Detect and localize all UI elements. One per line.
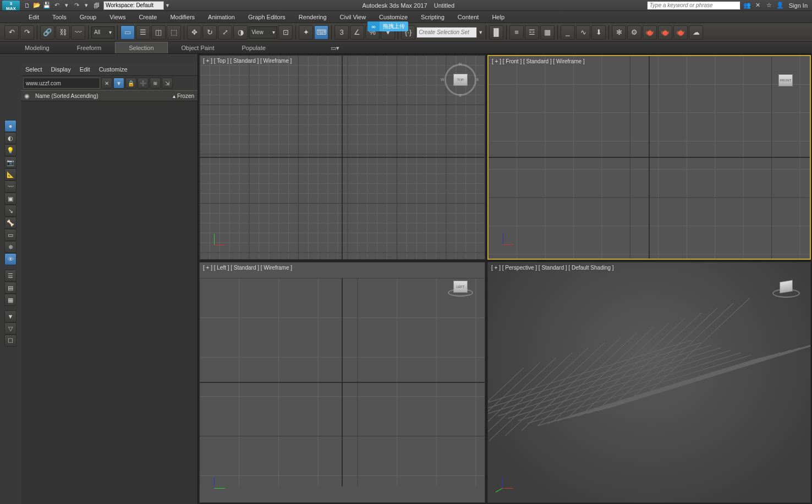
hidden-filter-icon[interactable]: 👁 bbox=[4, 253, 17, 265]
se-object-list[interactable] bbox=[21, 101, 197, 504]
render-production-button[interactable]: 🫖 bbox=[643, 25, 657, 40]
window-crossing-button[interactable]: ⬚ bbox=[167, 25, 181, 40]
menu-modifiers[interactable]: Modifiers bbox=[163, 11, 201, 23]
menu-tools[interactable]: Tools bbox=[46, 11, 73, 23]
unlink-button[interactable]: ⛓ bbox=[56, 25, 70, 40]
tab-modeling[interactable]: Modeling bbox=[11, 42, 63, 54]
render-setup-button[interactable]: ✻ bbox=[612, 25, 626, 40]
se-tab-select[interactable]: Select bbox=[25, 66, 42, 73]
geometry-filter-icon[interactable]: ● bbox=[4, 120, 17, 132]
rotate-button[interactable]: ↻ bbox=[202, 25, 217, 40]
se-lock-icon[interactable]: 🔒 bbox=[125, 78, 136, 89]
viewport-left[interactable]: [ + ] [ Left ] [ Standard ] [ Wireframe … bbox=[199, 262, 485, 503]
rectangular-region-button[interactable]: ◫ bbox=[151, 25, 166, 40]
viewport-perspective[interactable]: [ + ] [ Perspective ] [ Standard ] [ Def… bbox=[487, 262, 811, 503]
upload-overlay[interactable]: ∞ 拖拽上传 bbox=[367, 21, 408, 31]
list-view-icon[interactable]: ☰ bbox=[4, 270, 17, 282]
redo-icon[interactable]: ↷ bbox=[72, 1, 81, 10]
user-icon[interactable]: 👤 bbox=[776, 1, 784, 10]
rendered-frame-button[interactable]: ⚙ bbox=[627, 25, 641, 40]
group-filter-icon[interactable]: ▣ bbox=[4, 193, 17, 205]
menu-group[interactable]: Group bbox=[73, 11, 103, 23]
menu-help[interactable]: Help bbox=[485, 11, 511, 23]
menu-civil-view[interactable]: Civil View bbox=[333, 11, 372, 23]
viewcube-left[interactable]: LEFT bbox=[444, 270, 477, 303]
manipulate-button[interactable]: ✦ bbox=[299, 25, 313, 40]
se-column-header[interactable]: ◉ Name (Sorted Ascending) ▴ Frozen bbox=[21, 90, 197, 101]
project-icon[interactable]: 🗐 bbox=[91, 1, 101, 10]
infocenter-icon[interactable]: 👥 bbox=[743, 1, 751, 10]
curve-editor-button[interactable]: ⎯ bbox=[561, 25, 575, 40]
se-search-input[interactable] bbox=[23, 78, 100, 89]
tab-object-paint[interactable]: Object Paint bbox=[168, 42, 228, 54]
redo-drop-icon[interactable]: ▾ bbox=[81, 1, 91, 10]
align-button[interactable]: ≡ bbox=[509, 25, 524, 40]
snap-toggle-button[interactable]: 3 bbox=[334, 25, 349, 40]
workspace-input[interactable] bbox=[103, 1, 164, 10]
layer-explorer-button[interactable]: ☲ bbox=[525, 25, 539, 40]
placement-button[interactable]: ◑ bbox=[233, 25, 248, 40]
save-icon[interactable]: 💾 bbox=[42, 1, 52, 10]
keyshortcut-icon[interactable]: ✕ bbox=[754, 1, 762, 10]
selection-filter-dropdown[interactable]: All▾ bbox=[91, 26, 114, 39]
viewport-front[interactable]: [ + ] [ Front ] [ Standard ] [ Wireframe… bbox=[487, 55, 811, 260]
frozen-filter-icon[interactable]: ❄ bbox=[4, 241, 17, 253]
redo-button[interactable]: ↷ bbox=[20, 25, 34, 40]
se-tab-customize[interactable]: Customize bbox=[99, 66, 128, 73]
se-add-icon[interactable]: ➕ bbox=[138, 78, 149, 89]
tab-selection[interactable]: Selection bbox=[115, 42, 167, 53]
tab-freeform[interactable]: Freeform bbox=[63, 42, 116, 54]
menu-content[interactable]: Content bbox=[451, 11, 486, 23]
display-none-icon[interactable]: ▽ bbox=[4, 322, 17, 335]
display-all-icon[interactable]: ▼ bbox=[4, 310, 17, 322]
favorites-icon[interactable]: ☆ bbox=[765, 1, 773, 10]
xref-filter-icon[interactable]: ↘ bbox=[4, 205, 17, 217]
camera-filter-icon[interactable]: 📷 bbox=[4, 156, 17, 168]
se-tab-edit[interactable]: Edit bbox=[80, 66, 90, 73]
mirror-button[interactable]: ▐▌ bbox=[489, 25, 503, 40]
viewcube-persp[interactable] bbox=[770, 270, 803, 303]
detail-view-icon[interactable]: ▤ bbox=[4, 282, 17, 294]
se-header-name[interactable]: Name (Sorted Ascending) bbox=[35, 93, 161, 99]
new-icon[interactable]: 🗋 bbox=[22, 1, 32, 10]
viewcube-top[interactable]: TOP N S W E bbox=[444, 63, 477, 96]
bone-filter-icon[interactable]: 🦴 bbox=[4, 217, 17, 229]
se-layers-icon[interactable]: ≋ bbox=[150, 78, 161, 89]
menu-views[interactable]: Views bbox=[103, 11, 132, 23]
select-object-button[interactable]: ▭ bbox=[120, 25, 135, 40]
display-invert-icon[interactable]: ☐ bbox=[4, 335, 17, 347]
se-tab-display[interactable]: Display bbox=[51, 66, 71, 73]
viewport-top-label[interactable]: [ + ] [ Top ] [ Standard ] [ Wireframe ] bbox=[203, 58, 292, 64]
container-filter-icon[interactable]: ▭ bbox=[4, 229, 17, 241]
ref-coord-dropdown[interactable]: View▾ bbox=[249, 26, 277, 39]
se-expand-icon[interactable]: ⇲ bbox=[162, 78, 173, 89]
menu-edit[interactable]: Edit bbox=[22, 11, 46, 23]
se-header-frozen[interactable]: ▴ Frozen bbox=[161, 93, 194, 99]
se-search-filter-icon[interactable]: ▼ bbox=[113, 78, 124, 89]
render-activeshade-button[interactable]: 🫖 bbox=[673, 25, 688, 40]
menu-create[interactable]: Create bbox=[132, 11, 163, 23]
undo-icon[interactable]: ↶ bbox=[52, 1, 62, 10]
scale-button[interactable]: ⤢ bbox=[218, 25, 232, 40]
menu-rendering[interactable]: Rendering bbox=[292, 11, 333, 23]
link-button[interactable]: 🔗 bbox=[40, 25, 54, 40]
tab-populate[interactable]: Populate bbox=[228, 42, 279, 54]
named-selection-input[interactable] bbox=[416, 27, 477, 38]
light-filter-icon[interactable]: 💡 bbox=[4, 144, 17, 156]
open-icon[interactable]: 📂 bbox=[32, 1, 42, 10]
material-editor-button[interactable]: ⬇ bbox=[591, 25, 606, 40]
bind-spacewarp-button[interactable]: 〰 bbox=[71, 25, 85, 40]
schematic-view-button[interactable]: ∿ bbox=[576, 25, 590, 40]
undo-drop-icon[interactable]: ▾ bbox=[62, 1, 72, 10]
workspace-switcher[interactable]: ▼ bbox=[103, 1, 170, 10]
pivot-center-button[interactable]: ⊡ bbox=[278, 25, 293, 40]
help-search-input[interactable] bbox=[647, 1, 740, 10]
icon-view-icon[interactable]: ▦ bbox=[4, 294, 17, 306]
shape-filter-icon[interactable]: ◐ bbox=[4, 132, 17, 144]
viewport-front-label[interactable]: [ + ] [ Front ] [ Standard ] [ Wireframe… bbox=[492, 58, 585, 64]
spacewarp-filter-icon[interactable]: 〰 bbox=[4, 180, 17, 193]
sign-in-button[interactable]: Sign In bbox=[787, 2, 810, 9]
menu-animation[interactable]: Animation bbox=[201, 11, 242, 23]
helper-filter-icon[interactable]: 📐 bbox=[4, 168, 17, 180]
move-button[interactable]: ✥ bbox=[187, 25, 201, 40]
